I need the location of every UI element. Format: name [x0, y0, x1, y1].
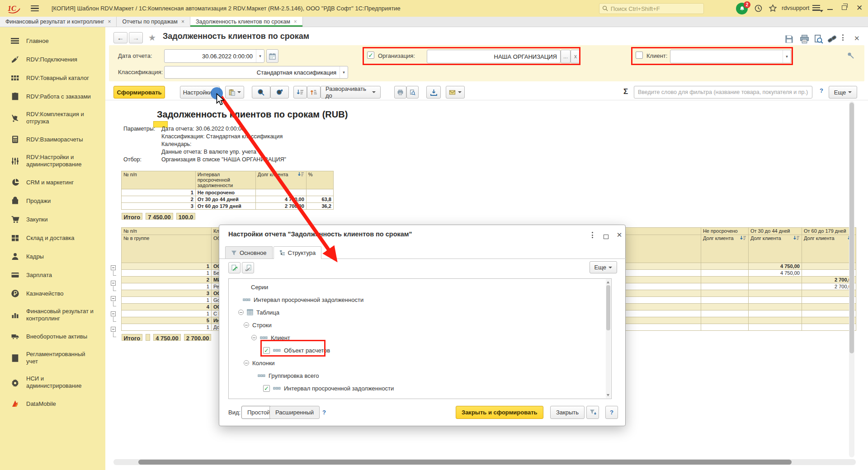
sidebar-item-main[interactable]: Главное: [0, 32, 105, 50]
structure-node[interactable]: Строки: [229, 319, 611, 331]
dialog-more-icon[interactable]: [588, 230, 597, 240]
structure-node[interactable]: Объект расчетов: [229, 344, 611, 357]
detail-cell[interactable]: 1: [122, 310, 212, 317]
organization-choose-button[interactable]: ...: [561, 50, 571, 63]
detail-cell[interactable]: [802, 270, 856, 277]
sidebar-item-regulated[interactable]: Регламентированный учет: [0, 346, 105, 370]
more-button[interactable]: Еще: [829, 86, 857, 99]
collapse-toggle-icon[interactable]: [244, 322, 249, 328]
horizontal-scrollbar[interactable]: [113, 459, 856, 465]
preview-icon[interactable]: [814, 34, 823, 44]
sidebar-item-rdv-admin[interactable]: RDV:Настройки и администрирование: [0, 149, 105, 173]
print-icon[interactable]: [800, 34, 809, 44]
help-icon[interactable]: ?: [820, 87, 823, 94]
sidebar-item-rdv-orders[interactable]: RDV:Работа с заказами: [0, 87, 105, 106]
detail-cell[interactable]: [748, 297, 802, 304]
summary-total-cell[interactable]: 7 450,00: [146, 213, 173, 220]
tab-structure[interactable]: Структура: [274, 246, 322, 259]
detail-column-header[interactable]: № п/п: [122, 228, 212, 235]
detail-column-header[interactable]: От 30 до 44 дней: [748, 228, 802, 235]
detail-cell[interactable]: 2 700,00: [802, 283, 856, 290]
scroll-down-icon[interactable]: [607, 394, 609, 396]
tab-sales-reports[interactable]: Отчеты по продажам×: [117, 17, 190, 27]
global-search[interactable]: [599, 3, 704, 14]
more-vert-icon[interactable]: [842, 34, 846, 44]
close-form-icon[interactable]: ✕: [854, 34, 863, 44]
detail-cell[interactable]: [748, 310, 802, 317]
organization-clear-button[interactable]: x: [571, 50, 580, 63]
detail-cell[interactable]: [701, 297, 748, 304]
summary-cell[interactable]: 1: [122, 189, 196, 196]
detail-cell[interactable]: [802, 310, 856, 317]
detail-cell[interactable]: 1: [122, 324, 212, 331]
summary-column-header[interactable]: Долг клиента: [255, 171, 306, 189]
detail-cell[interactable]: 4 750,00: [748, 263, 802, 270]
tab-main-settings[interactable]: Основное: [225, 246, 273, 258]
detail-cell[interactable]: [802, 290, 856, 297]
group-collapse-toggle[interactable]: [111, 265, 116, 270]
sidebar-item-rdv-catalog[interactable]: RDV:Товарный каталог: [0, 69, 105, 87]
collapse-toggle-icon[interactable]: [244, 360, 249, 366]
detail-cell[interactable]: 1: [122, 270, 212, 277]
detail-cell[interactable]: [701, 283, 748, 290]
detail-cell[interactable]: [701, 277, 748, 283]
service-menu-icon[interactable]: [812, 5, 823, 12]
client-field[interactable]: ▾: [670, 50, 791, 63]
detail-column-subheader[interactable]: № в группе: [122, 235, 212, 263]
sidebar-item-treasury[interactable]: Казначейство: [0, 284, 105, 303]
detail-cell[interactable]: [748, 290, 802, 297]
chevron-down-icon[interactable]: ▾: [256, 50, 264, 62]
summary-cell[interactable]: [255, 189, 306, 196]
close-button[interactable]: Закрыть: [550, 406, 585, 419]
disable-all-button[interactable]: [242, 262, 254, 273]
generate-button[interactable]: Сформировать: [113, 86, 165, 99]
detail-cell[interactable]: 2: [122, 277, 212, 283]
minimize-button[interactable]: [827, 9, 833, 10]
expand-groups-button[interactable]: [307, 86, 321, 99]
detail-column-header[interactable]: Не просрочено: [701, 228, 748, 235]
detail-cell[interactable]: 1: [122, 297, 212, 304]
summary-cell[interactable]: 4 750,00: [255, 196, 306, 203]
organization-field[interactable]: НАША ОРГАНИЗАЦИЯ: [427, 50, 561, 63]
close-tab-icon[interactable]: ×: [181, 19, 184, 25]
print-preview-button[interactable]: [406, 86, 419, 99]
detail-cell[interactable]: [701, 317, 748, 324]
get-link-icon[interactable]: [827, 34, 837, 44]
structure-node-checkbox[interactable]: [263, 347, 270, 354]
structure-node[interactable]: Таблица: [229, 306, 611, 319]
expand-to-button[interactable]: Разворачивать до: [321, 86, 381, 99]
sidebar-item-rdv-shipping[interactable]: RDV:Комплектация и отгрузка: [0, 106, 105, 130]
vertical-scrollbar[interactable]: [849, 101, 854, 457]
summary-column-header[interactable]: № п/п: [122, 171, 196, 189]
summary-column-header[interactable]: Интервал просроченной задолженности: [195, 171, 255, 189]
enable-all-button[interactable]: [228, 262, 241, 273]
client-checkbox[interactable]: [636, 52, 643, 59]
detail-cell[interactable]: [802, 324, 856, 331]
tab-financial-result[interactable]: Финансовый результат и контроллинг×: [0, 17, 117, 27]
detail-cell[interactable]: 1: [122, 283, 212, 290]
report-date-field[interactable]: 30.06.2022 0:00:00▾: [164, 49, 264, 63]
detail-cell[interactable]: 4 750,00: [748, 270, 802, 277]
summary-cell[interactable]: 3: [122, 203, 196, 210]
print-button[interactable]: [394, 86, 406, 99]
group-collapse-toggle[interactable]: [111, 327, 116, 332]
sidebar-item-rdv-connections[interactable]: RDV:Подключения: [0, 50, 105, 69]
classification-select[interactable]: Стандартная классификация▾: [164, 66, 348, 79]
detail-column-header[interactable]: От 60 до 179 дней: [802, 228, 856, 235]
find-button[interactable]: [252, 86, 270, 99]
structure-node[interactable]: Колонки: [229, 357, 611, 369]
structure-node-checkbox[interactable]: [263, 385, 270, 392]
help-icon[interactable]: ?: [322, 409, 326, 416]
filter-settings-button[interactable]: [586, 406, 599, 419]
sidebar-item-rdv-settlements[interactable]: RDV:Взаиморасчеты: [0, 130, 105, 149]
structure-node[interactable]: Интервал просроченной задолженности: [229, 293, 611, 306]
sidebar-item-sales[interactable]: Продажи: [0, 192, 105, 210]
horizontal-scrollbar-thumb[interactable]: [138, 460, 792, 465]
detail-cell[interactable]: 3: [122, 290, 212, 297]
summary-cell[interactable]: 2: [122, 196, 196, 203]
close-tab-icon[interactable]: ×: [294, 19, 297, 25]
summary-cell[interactable]: 36,2: [306, 203, 333, 210]
group-collapse-toggle[interactable]: [111, 311, 116, 316]
report-variants-button[interactable]: [225, 86, 244, 99]
summary-total-cell[interactable]: Итого: [122, 213, 143, 220]
